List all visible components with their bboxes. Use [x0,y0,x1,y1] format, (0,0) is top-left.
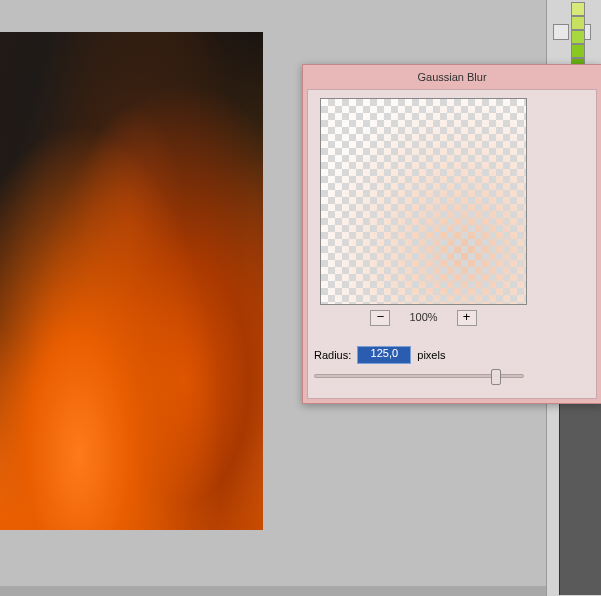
swatch[interactable] [571,30,585,44]
slider-thumb[interactable] [491,369,501,385]
zoom-controls: − 100% + [320,310,527,326]
dialog-title[interactable]: Gaussian Blur [303,65,601,89]
swatch[interactable] [571,2,585,16]
swatch[interactable] [571,16,585,30]
radius-slider[interactable] [314,374,524,378]
gaussian-blur-dialog: Gaussian Blur − 100% + Radius: 125,0 pix… [302,64,601,404]
filter-preview[interactable] [320,98,527,305]
navigator-panel[interactable] [559,385,601,595]
dialog-body: − 100% + Radius: 125,0 pixels [307,89,597,399]
swatch[interactable] [571,44,585,58]
radius-label: Radius: [314,349,351,361]
radius-unit: pixels [417,349,445,361]
swatches-panel[interactable] [571,2,601,72]
panel-icon[interactable] [553,24,569,40]
zoom-in-button[interactable]: + [457,310,477,326]
radius-row: Radius: 125,0 pixels [314,346,445,364]
radius-input[interactable]: 125,0 [357,346,411,364]
zoom-out-button[interactable]: − [370,310,390,326]
status-bar [0,586,546,596]
document-canvas[interactable] [0,32,263,530]
zoom-level: 100% [394,311,454,323]
